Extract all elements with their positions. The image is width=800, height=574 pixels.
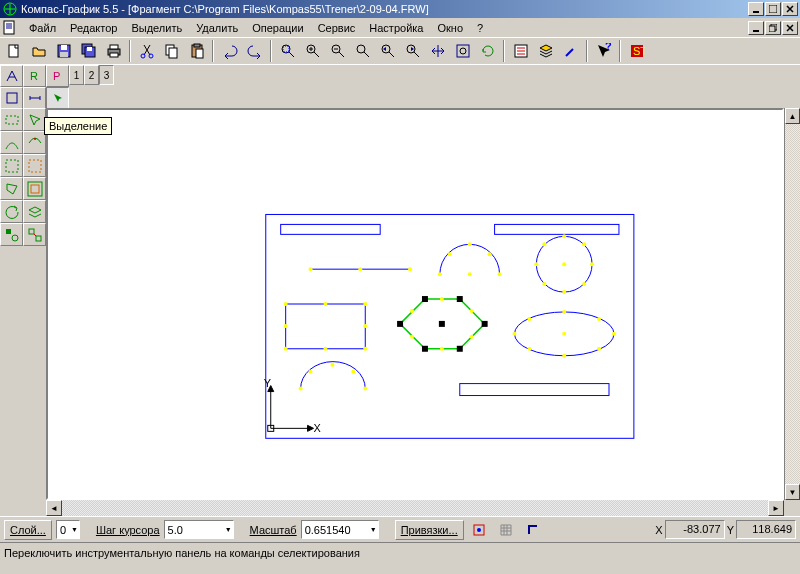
stop-icon[interactable]: ST: [625, 40, 648, 62]
sel-group-icon[interactable]: [23, 223, 46, 246]
tooltip: Выделение: [44, 117, 112, 135]
mode-a0[interactable]: [0, 65, 23, 87]
svg-rect-73: [286, 304, 366, 349]
scroll-down-icon[interactable]: ▼: [785, 484, 800, 500]
step-field[interactable]: 5.0 ▼: [164, 520, 234, 539]
page-1[interactable]: 1: [69, 65, 84, 85]
zoom-window-icon[interactable]: [351, 40, 374, 62]
scroll-right-icon[interactable]: ►: [768, 500, 784, 516]
svg-rect-20: [169, 48, 177, 58]
layer-field[interactable]: 0 ▼: [56, 520, 80, 539]
maximize-button[interactable]: [765, 2, 781, 16]
mdi-minimize-button[interactable]: [748, 21, 764, 35]
close-button[interactable]: [782, 2, 798, 16]
sel-line-icon[interactable]: [0, 131, 23, 154]
pan-icon[interactable]: [426, 40, 449, 62]
menu-editor[interactable]: Редактор: [63, 20, 124, 36]
mode-select-active[interactable]: [46, 87, 69, 109]
coordinates: X -83.077 Y 118.649: [655, 520, 796, 539]
sel-poly-icon[interactable]: [0, 177, 23, 200]
svg-rect-46: [6, 229, 11, 234]
layers-icon[interactable]: [534, 40, 557, 62]
undo-icon[interactable]: [218, 40, 241, 62]
svg-rect-15: [110, 45, 118, 49]
svg-point-64: [562, 234, 566, 238]
menu-operations[interactable]: Операции: [245, 20, 310, 36]
grid-icon[interactable]: [495, 519, 518, 541]
svg-point-18: [149, 54, 153, 58]
svg-text:R: R: [30, 70, 38, 82]
zoom-out-icon[interactable]: [326, 40, 349, 62]
page-3[interactable]: 3: [99, 65, 114, 85]
zoom-next-icon[interactable]: [401, 40, 424, 62]
save-icon[interactable]: [52, 40, 75, 62]
menu-file[interactable]: Файл: [22, 20, 63, 36]
page-2[interactable]: 2: [84, 65, 99, 85]
ortho-icon[interactable]: [522, 519, 545, 541]
zoom-fit-icon[interactable]: [276, 40, 299, 62]
sel-rect-icon[interactable]: [0, 108, 23, 131]
scroll-track-v[interactable]: [785, 124, 800, 484]
sel-window-icon[interactable]: [0, 154, 23, 177]
sel-cross-icon[interactable]: [23, 154, 46, 177]
snap-toggle1-icon[interactable]: [468, 519, 491, 541]
properties-icon[interactable]: [509, 40, 532, 62]
svg-point-92: [470, 309, 474, 313]
menu-service[interactable]: Сервис: [311, 20, 363, 36]
menu-delete[interactable]: Удалить: [189, 20, 245, 36]
refresh-icon[interactable]: [476, 40, 499, 62]
menu-help[interactable]: ?: [470, 20, 490, 36]
drawing-canvas[interactable]: X Y: [46, 108, 784, 500]
menu-select[interactable]: Выделить: [124, 20, 189, 36]
sel-type-icon[interactable]: [0, 223, 23, 246]
sel-prev-icon[interactable]: [0, 200, 23, 223]
horizontal-scrollbar[interactable]: ◄ ►: [0, 500, 800, 516]
menu-window[interactable]: Окно: [430, 20, 470, 36]
sel-point-icon[interactable]: [23, 108, 46, 131]
zoom-all-icon[interactable]: [451, 40, 474, 62]
window-title: Компас-График 5.5 - [Фрагмент C:\Program…: [21, 3, 429, 15]
menu-settings[interactable]: Настройка: [362, 20, 430, 36]
zoom-prev-icon[interactable]: [376, 40, 399, 62]
help-icon[interactable]: ?: [592, 40, 615, 62]
redo-icon[interactable]: [243, 40, 266, 62]
svg-point-74: [284, 302, 288, 306]
mode-geom[interactable]: [0, 87, 23, 109]
svg-rect-52: [495, 224, 619, 234]
scroll-left-icon[interactable]: ◄: [46, 500, 62, 516]
svg-rect-42: [6, 160, 18, 172]
sel-all-icon[interactable]: [23, 177, 46, 200]
tools-icon[interactable]: [559, 40, 582, 62]
paste-icon[interactable]: [185, 40, 208, 62]
mdi-close-button[interactable]: [782, 21, 798, 35]
mdi-restore-button[interactable]: [765, 21, 781, 35]
mode-dim[interactable]: [23, 87, 46, 109]
mode-p[interactable]: P: [46, 65, 69, 87]
new-icon[interactable]: [2, 40, 25, 62]
scroll-track-h[interactable]: [62, 500, 768, 516]
open-icon[interactable]: [27, 40, 50, 62]
svg-point-110: [351, 370, 355, 374]
vertical-scrollbar[interactable]: ▲ ▼: [784, 108, 800, 500]
svg-point-70: [582, 242, 586, 246]
copy-icon[interactable]: [160, 40, 183, 62]
svg-point-77: [363, 347, 367, 351]
svg-point-105: [597, 347, 601, 351]
cut-icon[interactable]: [135, 40, 158, 62]
saveall-icon[interactable]: [77, 40, 100, 62]
document-icon[interactable]: [2, 20, 18, 36]
scale-field[interactable]: 0.651540 ▼: [301, 520, 379, 539]
sel-layer-icon[interactable]: [23, 200, 46, 223]
x-value: -83.077: [665, 520, 725, 539]
zoom-in-icon[interactable]: [301, 40, 324, 62]
svg-rect-23: [196, 49, 203, 58]
scroll-up-icon[interactable]: ▲: [785, 108, 800, 124]
minimize-button[interactable]: [748, 2, 764, 16]
snap-button[interactable]: Привязки...: [395, 520, 464, 540]
svg-rect-4: [753, 30, 759, 32]
print-icon[interactable]: [102, 40, 125, 62]
layer-button[interactable]: Слой...: [4, 520, 52, 540]
sel-curve-icon[interactable]: [23, 131, 46, 154]
workspace: X Y ▲ ▼: [0, 108, 800, 500]
mode-r[interactable]: R: [23, 65, 46, 87]
